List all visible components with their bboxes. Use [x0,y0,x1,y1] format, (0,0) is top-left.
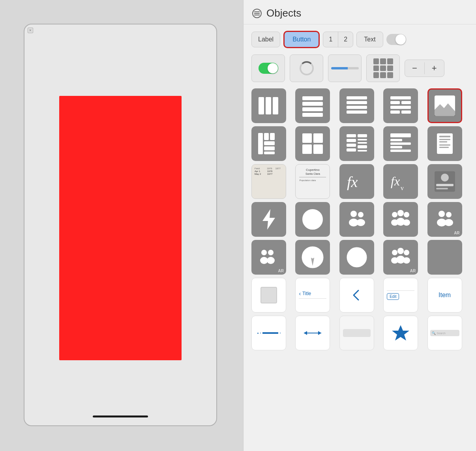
fx-formula1-icon[interactable]: fx [339,164,374,199]
objects-icon [251,8,262,19]
svg-point-63 [311,217,315,221]
fx-formula2-icon[interactable]: fxv [383,164,418,199]
svg-point-85 [311,256,314,258]
svg-rect-17 [401,101,411,104]
people-count-ar-icon[interactable]: AR [383,240,418,275]
toggle-thumb [395,34,406,45]
people-ar-icon[interactable]: AR [427,202,462,237]
svg-text:fx: fx [391,174,400,188]
svg-rect-32 [313,144,323,154]
plus-button[interactable]: + [425,60,444,77]
data-table1-icon[interactable]: Field19761977 Apr 11976 May 21977 [251,164,286,199]
toggle-control[interactable] [386,34,406,45]
gc8 [380,72,386,78]
icon-grid-row7: 🔍 Search [251,316,468,350]
label-control[interactable]: Label [251,32,280,47]
switch-on [259,63,278,74]
nav-back-cell[interactable] [339,278,374,313]
svg-marker-101 [304,331,307,335]
form-view-icon[interactable] [383,126,418,161]
num-2[interactable]: 2 [338,32,353,47]
blank-square-icon[interactable] [427,240,462,275]
svg-rect-42 [390,133,411,137]
compass-outline-icon[interactable] [339,240,374,275]
arrow-drag-cell[interactable] [295,316,330,350]
phone-close-button[interactable]: ✕ [28,28,33,33]
slider-widget[interactable] [328,54,362,82]
svg-point-64 [350,211,357,217]
svg-text:fx: fx [347,174,358,190]
quad-grid-icon[interactable] [295,126,330,161]
svg-point-92 [392,250,397,255]
number-group: 1 2 [323,32,353,47]
svg-rect-98 [261,287,277,303]
spinner-widget[interactable] [290,54,323,82]
svg-point-97 [403,257,410,264]
nav-edit-cell[interactable]: Edit [383,278,418,313]
nav-item-cell[interactable]: Item [427,278,462,313]
svg-point-78 [261,250,267,255]
svg-marker-100 [318,331,321,335]
ar-label: AR [454,231,459,235]
text-control[interactable]: Text [356,32,383,47]
panel-scroll-area[interactable]: Label Button 1 2 Text [244,24,476,451]
icon-grid-row5: AR [251,240,468,275]
list-view-icon[interactable] [339,88,374,123]
image-view-icon[interactable] [427,88,462,123]
svg-point-67 [356,219,365,226]
people-icon[interactable] [339,202,374,237]
search-inner: 🔍 Search [430,330,459,336]
minus-button[interactable]: − [405,60,424,77]
people-group-icon[interactable] [383,202,418,237]
svg-rect-40 [358,145,367,148]
nav-title-cell[interactable]: ‹ Title [295,278,330,313]
svg-rect-4 [259,97,264,114]
num-1[interactable]: 1 [323,32,338,47]
lightning-icon[interactable] [251,202,286,237]
button-control-selected[interactable]: Button [283,31,320,48]
red-rectangle [59,96,182,360]
star-rating-cell[interactable] [383,316,418,350]
svg-rect-23 [258,133,263,154]
icon-grid-row3: Field19761977 Apr 11976 May 21977 Cupert… [251,164,468,199]
objects-panel: Objects Label Button 1 2 Text [243,0,476,451]
ruler-drag-cell[interactable] [251,316,286,350]
svg-rect-50 [439,141,447,142]
svg-rect-27 [264,146,275,150]
svg-rect-30 [313,133,323,143]
svg-rect-29 [302,133,312,143]
svg-rect-15 [390,96,411,99]
data-table2-icon[interactable]: Cupertino Santa Clara Population data [295,164,330,199]
grid-toggle [373,58,393,78]
spinner [300,61,314,75]
svg-rect-7 [302,96,323,100]
svg-rect-6 [273,97,278,114]
multi-column-icon[interactable] [251,126,286,161]
switch-widget[interactable] [251,54,285,82]
search-bar-cell[interactable]: 🔍 Search [427,316,462,350]
column-view-icon[interactable] [251,88,286,123]
phone-home-bar [93,415,148,417]
grid-widget[interactable] [366,54,400,82]
split-list-icon[interactable] [339,126,374,161]
page-view-icon[interactable] [427,126,462,161]
svg-rect-31 [302,144,312,154]
svg-rect-18 [390,106,411,109]
svg-rect-19 [390,110,400,114]
gc2 [380,58,386,64]
circle-target-icon[interactable] [295,202,330,237]
table-view-icon[interactable] [295,88,330,123]
recipe-view-icon[interactable] [427,164,462,199]
svg-point-70 [397,210,404,216]
white-square-icon[interactable] [251,278,286,313]
gc6 [387,65,393,71]
svg-point-22 [447,99,452,103]
people-ar-small-icon[interactable]: AR [251,240,286,275]
compass-icon[interactable] [295,240,330,275]
gc5 [380,65,386,71]
svg-point-96 [404,250,409,255]
svg-rect-58 [436,184,454,186]
blank-nav-cell[interactable] [339,316,374,350]
svg-rect-10 [302,113,323,117]
grid-list-view-icon[interactable] [383,88,418,123]
